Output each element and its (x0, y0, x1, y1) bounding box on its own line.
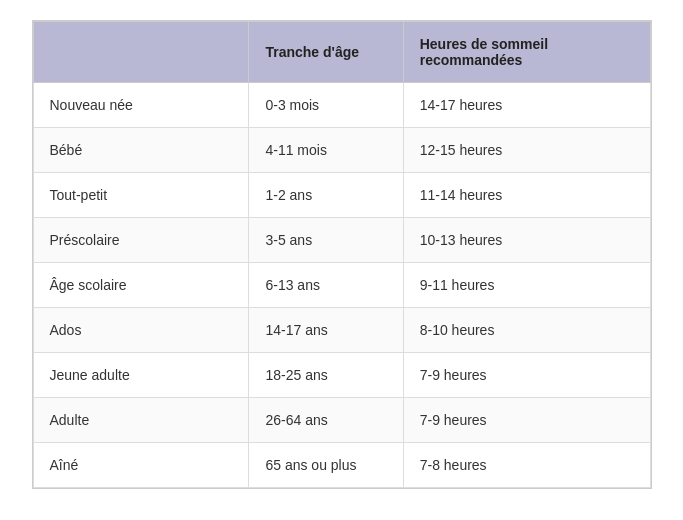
cell-age-range: 6-13 ans (249, 263, 403, 308)
cell-age-range: 0-3 mois (249, 83, 403, 128)
cell-category: Préscolaire (33, 218, 249, 263)
cell-sleep-hours: 7-8 heures (403, 443, 650, 488)
cell-age-range: 4-11 mois (249, 128, 403, 173)
sleep-table-container: Tranche d'âge Heures de sommeil recomman… (32, 20, 652, 489)
cell-sleep-hours: 8-10 heures (403, 308, 650, 353)
table-header-row: Tranche d'âge Heures de sommeil recomman… (33, 22, 650, 83)
cell-category: Bébé (33, 128, 249, 173)
cell-category: Tout-petit (33, 173, 249, 218)
cell-category: Aîné (33, 443, 249, 488)
table-row: Ados14-17 ans8-10 heures (33, 308, 650, 353)
cell-sleep-hours: 10-13 heures (403, 218, 650, 263)
cell-category: Ados (33, 308, 249, 353)
cell-age-range: 1-2 ans (249, 173, 403, 218)
table-row: Nouveau née0-3 mois14-17 heures (33, 83, 650, 128)
table-row: Jeune adulte18-25 ans7-9 heures (33, 353, 650, 398)
cell-category: Nouveau née (33, 83, 249, 128)
cell-age-range: 65 ans ou plus (249, 443, 403, 488)
cell-category: Âge scolaire (33, 263, 249, 308)
table-row: Adulte26-64 ans7-9 heures (33, 398, 650, 443)
cell-sleep-hours: 14-17 heures (403, 83, 650, 128)
cell-age-range: 26-64 ans (249, 398, 403, 443)
cell-sleep-hours: 7-9 heures (403, 353, 650, 398)
cell-category: Jeune adulte (33, 353, 249, 398)
table-row: Aîné65 ans ou plus7-8 heures (33, 443, 650, 488)
cell-age-range: 3-5 ans (249, 218, 403, 263)
cell-age-range: 14-17 ans (249, 308, 403, 353)
cell-sleep-hours: 7-9 heures (403, 398, 650, 443)
header-age-range: Tranche d'âge (249, 22, 403, 83)
header-category (33, 22, 249, 83)
cell-sleep-hours: 11-14 heures (403, 173, 650, 218)
header-sleep-hours: Heures de sommeil recommandées (403, 22, 650, 83)
table-row: Bébé4-11 mois12-15 heures (33, 128, 650, 173)
cell-age-range: 18-25 ans (249, 353, 403, 398)
table-row: Tout-petit1-2 ans11-14 heures (33, 173, 650, 218)
cell-sleep-hours: 9-11 heures (403, 263, 650, 308)
sleep-recommendations-table: Tranche d'âge Heures de sommeil recomman… (33, 21, 651, 488)
table-row: Préscolaire3-5 ans10-13 heures (33, 218, 650, 263)
cell-sleep-hours: 12-15 heures (403, 128, 650, 173)
table-row: Âge scolaire6-13 ans9-11 heures (33, 263, 650, 308)
cell-category: Adulte (33, 398, 249, 443)
